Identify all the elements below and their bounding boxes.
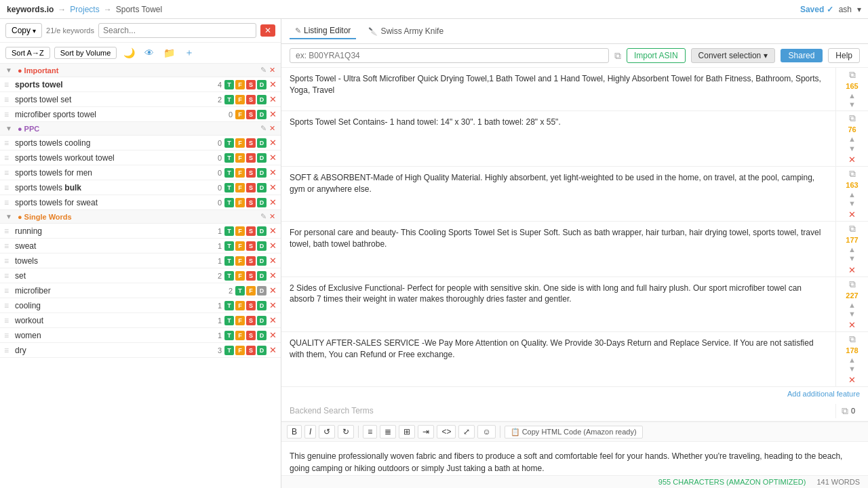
add-icon-button[interactable]: ＋ bbox=[182, 45, 197, 60]
section-important-header[interactable]: ▼ ● Important ✎ ✕ bbox=[0, 64, 281, 77]
kw-del[interactable]: ✕ bbox=[269, 138, 277, 148]
listing-up-button[interactable]: ▲ bbox=[848, 245, 856, 254]
tag-d[interactable]: D bbox=[257, 110, 267, 119]
copy-html-button[interactable]: 📋 Copy HTML Code (Amazon ready) bbox=[505, 426, 643, 439]
kw-text[interactable]: microfiber bbox=[15, 286, 216, 296]
italic-button[interactable]: I bbox=[304, 425, 316, 439]
kw-text[interactable]: set bbox=[15, 271, 205, 281]
listing-down-button[interactable]: ▼ bbox=[848, 365, 856, 373]
listing-del[interactable]: ✕ bbox=[848, 209, 856, 220]
listing-up-button[interactable]: ▲ bbox=[848, 190, 856, 199]
projects-link[interactable]: Projects bbox=[70, 5, 99, 14]
kw-text[interactable]: sports towels for sweat bbox=[15, 198, 205, 207]
tag-s[interactable]: S bbox=[246, 95, 256, 104]
kw-text[interactable]: dry bbox=[15, 346, 205, 355]
edit-ppc-icon[interactable]: ✎ bbox=[260, 124, 267, 133]
redo-button[interactable]: ↻ bbox=[338, 425, 354, 439]
table-button[interactable]: ⊞ bbox=[399, 425, 415, 439]
copy-listing-icon[interactable]: ⧉ bbox=[849, 279, 856, 290]
copy-dropdown-icon[interactable]: ▾ bbox=[33, 27, 36, 35]
ol-button[interactable]: ≣ bbox=[380, 425, 396, 439]
tag-f[interactable]: F bbox=[235, 95, 245, 104]
edit-important-icon[interactable]: ✎ bbox=[260, 66, 267, 75]
kw-del[interactable]: ✕ bbox=[269, 270, 277, 281]
kw-del[interactable]: ✕ bbox=[269, 152, 277, 163]
drag-handle[interactable]: ≡ bbox=[4, 168, 12, 178]
kw-text-sports-towel-set[interactable]: sports towel set bbox=[15, 95, 205, 104]
drag-handle[interactable]: ≡ bbox=[4, 110, 12, 119]
tab-swiss-army-knife[interactable]: 🔪 Swiss Army Knife bbox=[363, 24, 449, 39]
listing-up-button[interactable]: ▲ bbox=[848, 92, 856, 100]
kw-del[interactable]: ✕ bbox=[269, 79, 277, 89]
tab-listing-editor[interactable]: ✎ Listing Editor bbox=[290, 23, 356, 39]
edit-single-icon[interactable]: ✎ bbox=[260, 212, 267, 221]
kw-text[interactable]: towels bbox=[15, 256, 205, 266]
tag-d[interactable]: D bbox=[257, 95, 267, 104]
tag-f[interactable]: F bbox=[235, 110, 245, 119]
kw-text[interactable]: sports towels cooling bbox=[15, 138, 205, 148]
emoji-button[interactable]: ☺ bbox=[477, 425, 495, 439]
expand-button[interactable]: ⤢ bbox=[458, 425, 475, 439]
kw-del[interactable]: ✕ bbox=[269, 167, 277, 178]
listing-del[interactable]: ✕ bbox=[848, 265, 856, 275]
kw-del[interactable]: ✕ bbox=[269, 300, 277, 310]
add-feature-link[interactable]: Add additional feature bbox=[787, 390, 860, 398]
backend-input-area[interactable]: Backend Search Terms bbox=[281, 401, 835, 421]
kw-del[interactable]: ✕ bbox=[269, 182, 277, 192]
kw-text[interactable]: cooling bbox=[15, 301, 205, 310]
listing-text-3[interactable]: SOFT & ABSORBENT-Made of High Quality Ma… bbox=[281, 167, 835, 221]
kw-del[interactable]: ✕ bbox=[269, 315, 277, 325]
listing-del[interactable]: ✕ bbox=[848, 320, 856, 330]
delete-important-icon[interactable]: ✕ bbox=[269, 66, 275, 75]
listing-del[interactable]: ✕ bbox=[848, 155, 856, 165]
undo-button[interactable]: ↺ bbox=[319, 425, 335, 439]
listing-down-button[interactable]: ▼ bbox=[848, 254, 856, 263]
kw-del[interactable]: ✕ bbox=[269, 330, 277, 340]
import-asin-button[interactable]: Import ASIN bbox=[627, 48, 686, 63]
copy-listing-icon[interactable]: ⧉ bbox=[849, 113, 856, 124]
description-editor[interactable]: This genuine professionally woven fabric… bbox=[281, 442, 868, 475]
listing-text-5[interactable]: 2 Sides of Exclusive Functional- Perfect… bbox=[281, 277, 835, 331]
listing-text-title[interactable]: Sports Towel - Ultra Soft Microfiber Qui… bbox=[281, 68, 835, 110]
user-dropdown-icon[interactable]: ▾ bbox=[857, 5, 861, 14]
search-input[interactable] bbox=[98, 23, 256, 38]
kw-text[interactable]: workout bbox=[15, 316, 205, 325]
import-asin-input[interactable] bbox=[290, 48, 609, 63]
copy-listing-icon[interactable]: ⧉ bbox=[849, 333, 856, 345]
listing-del[interactable]: ✕ bbox=[848, 375, 856, 385]
listing-text-6[interactable]: QUALITY AFTER-SALES SERVICE -We Pay More… bbox=[281, 332, 835, 386]
kw-del[interactable]: ✕ bbox=[269, 197, 277, 207]
tag-f[interactable]: F bbox=[235, 80, 245, 89]
ul-button[interactable]: ≡ bbox=[363, 425, 377, 439]
tag-s[interactable]: S bbox=[246, 110, 256, 119]
listing-text-2[interactable]: Sports Towel Set Contains- 1 hand towel:… bbox=[281, 111, 835, 165]
kw-del[interactable]: ✕ bbox=[269, 256, 277, 266]
convert-selection-button[interactable]: Convert selection ▾ bbox=[691, 48, 775, 63]
listing-up-button[interactable]: ▲ bbox=[848, 356, 856, 365]
copy-listing-icon[interactable]: ⧉ bbox=[849, 69, 856, 81]
delete-ppc-icon[interactable]: ✕ bbox=[269, 124, 275, 133]
listing-down-button[interactable]: ▼ bbox=[848, 199, 856, 208]
eye-icon-button[interactable]: 👁 bbox=[142, 46, 157, 60]
drag-handle[interactable]: ≡ bbox=[4, 80, 12, 89]
kw-text[interactable]: sports towels bulk bbox=[15, 183, 205, 192]
tag-s[interactable]: S bbox=[246, 80, 256, 89]
copy-button[interactable]: Copy ▾ bbox=[5, 23, 42, 38]
help-button[interactable]: Help bbox=[828, 48, 860, 63]
kw-text[interactable]: sweat bbox=[15, 241, 205, 251]
drag-handle[interactable]: ≡ bbox=[4, 183, 12, 192]
tag-d[interactable]: D bbox=[257, 80, 267, 89]
drag-handle[interactable]: ≡ bbox=[4, 198, 12, 207]
listing-up-button[interactable]: ▲ bbox=[848, 135, 856, 144]
sort-vol-button[interactable]: Sort by Volume bbox=[54, 47, 117, 59]
kw-del[interactable]: ✕ bbox=[269, 226, 277, 236]
moon-icon-button[interactable]: 🌙 bbox=[121, 46, 138, 60]
copy-input-icon[interactable]: ⧉ bbox=[614, 50, 621, 62]
listing-down-button[interactable]: ▼ bbox=[848, 144, 856, 153]
kw-text-microfiber[interactable]: microfiber sports towel bbox=[15, 110, 216, 119]
backend-copy-icon[interactable]: ⧉ bbox=[842, 405, 848, 417]
listing-up-button[interactable]: ▲ bbox=[848, 301, 856, 310]
section-ppc-header[interactable]: ▼ ● PPC ✎ ✕ bbox=[0, 122, 281, 136]
search-clear-button[interactable]: ✕ bbox=[260, 24, 275, 37]
kw-del[interactable]: ✕ bbox=[269, 345, 277, 355]
